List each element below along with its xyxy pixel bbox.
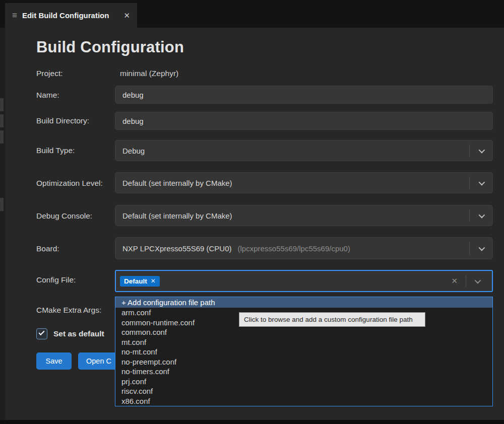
clear-icon[interactable]: ✕ <box>443 276 466 286</box>
optimization-level-value: Default (set internally by CMake) <box>115 179 232 187</box>
config-file-label: Config File: <box>36 275 76 285</box>
dropdown-option[interactable]: no-timers.conf <box>115 367 492 377</box>
chevron-down-icon[interactable] <box>469 177 492 189</box>
debug-console-select[interactable]: Default (set internally by CMake) <box>115 205 493 226</box>
board-detail: (lpcxpresso55s69/lpc55s69/cpu0) <box>238 244 350 253</box>
checkmark-icon <box>38 329 44 335</box>
project-label: Project: <box>36 69 63 78</box>
editor-screen: ≡ Edit Build Configuration ✕ Build Confi… <box>0 0 504 424</box>
page-title: Build Configuration <box>36 38 184 56</box>
dropdown-option[interactable]: mt.conf <box>115 337 492 347</box>
tab-bar: ≡ Edit Build Configuration ✕ <box>0 0 504 28</box>
tab-label: Edit Build Configuration <box>22 11 109 20</box>
chip-label: Default <box>124 277 147 285</box>
set-as-default-label: Set as default <box>53 329 104 338</box>
left-rail <box>0 28 5 420</box>
board-select[interactable]: NXP LPCXpresso55S69 (CPU0) (lpcxpresso55… <box>115 237 493 259</box>
tab-close-icon[interactable]: ✕ <box>123 11 130 20</box>
chevron-down-icon[interactable] <box>469 209 492 222</box>
config-file-chip[interactable]: Default ✕ <box>120 276 160 287</box>
dropdown-option[interactable]: no-mt.conf <box>115 347 492 357</box>
optimization-level-select[interactable]: Default (set internally by CMake) <box>115 172 493 193</box>
build-type-value: Debug <box>115 147 145 155</box>
dropdown-option[interactable]: common.conf <box>115 327 492 337</box>
rail-mark <box>0 98 4 111</box>
chevron-down-icon[interactable] <box>469 145 492 157</box>
build-directory-input[interactable] <box>115 112 493 130</box>
build-type-select[interactable]: Debug <box>115 140 493 161</box>
rail-mark <box>0 130 4 144</box>
tab-edit-build-configuration[interactable]: ≡ Edit Build Configuration ✕ <box>5 3 137 28</box>
board-label: Board: <box>36 244 59 253</box>
name-label: Name: <box>36 91 59 100</box>
bottom-bar <box>0 420 504 424</box>
set-as-default-checkbox[interactable] <box>36 328 47 339</box>
tooltip: Click to browse and add a custom configu… <box>239 312 425 327</box>
debug-console-value: Default (set internally by CMake) <box>115 211 232 220</box>
rail-mark <box>0 114 4 127</box>
optimization-level-label: Optimization Level: <box>36 179 103 188</box>
chevron-down-icon[interactable] <box>466 275 488 287</box>
config-file-combo[interactable]: Default ✕ ✕ <box>115 270 493 292</box>
chip-close-icon[interactable]: ✕ <box>151 277 156 285</box>
name-input[interactable] <box>115 86 493 104</box>
save-button[interactable]: Save <box>36 352 72 370</box>
set-as-default-row: Set as default <box>36 328 104 339</box>
dropdown-option[interactable]: x86.conf <box>115 396 492 406</box>
cmake-extra-args-label: CMake Extra Args: <box>36 306 101 315</box>
rail-mark <box>0 198 4 211</box>
chevron-down-icon[interactable] <box>469 242 492 254</box>
project-value: minimal (Zephyr) <box>120 69 178 78</box>
debug-console-label: Debug Console: <box>36 211 92 221</box>
board-value: NXP LPCXpresso55S69 (CPU0) <box>115 244 232 253</box>
dropdown-option[interactable]: prj.conf <box>115 377 492 387</box>
dropdown-option[interactable]: riscv.conf <box>115 386 492 396</box>
dropdown-add-config-path[interactable]: + Add configuration file path <box>115 297 492 308</box>
dropdown-option[interactable]: no-preempt.conf <box>115 357 492 367</box>
list-icon: ≡ <box>12 11 17 20</box>
build-type-label: Build Type: <box>36 146 75 155</box>
build-directory-label: Build Directory: <box>36 116 89 125</box>
